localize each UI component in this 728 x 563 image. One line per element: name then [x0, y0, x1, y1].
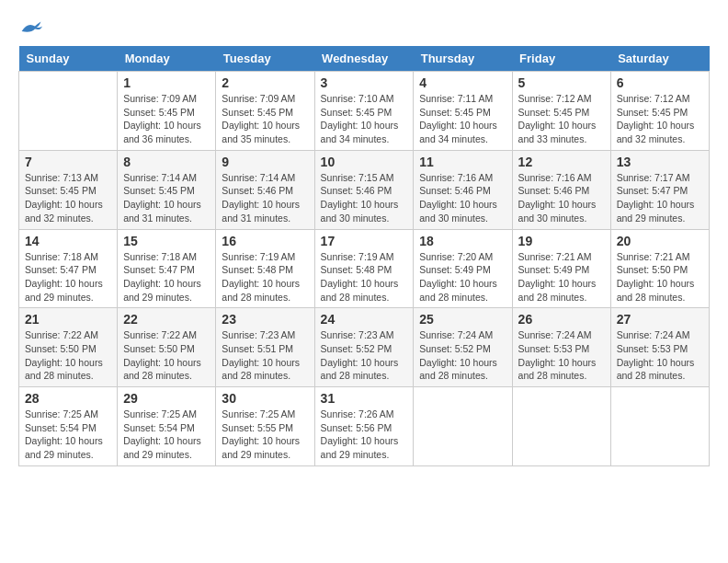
calendar-cell: 8 Sunrise: 7:14 AM Sunset: 5:45 PM Dayli…	[118, 150, 216, 229]
calendar-header-row: SundayMondayTuesdayWednesdayThursdayFrid…	[19, 46, 710, 72]
calendar-cell: 28 Sunrise: 7:25 AM Sunset: 5:54 PM Dayl…	[19, 387, 118, 466]
sunset-time: Sunset: 5:50 PM	[25, 343, 97, 354]
calendar-cell: 16 Sunrise: 7:19 AM Sunset: 5:48 PM Dayl…	[216, 229, 314, 308]
day-info: Sunrise: 7:10 AM Sunset: 5:45 PM Dayligh…	[321, 92, 408, 146]
sunrise-time: Sunrise: 7:25 AM	[25, 408, 98, 419]
day-number: 4	[419, 75, 506, 90]
day-info: Sunrise: 7:12 AM Sunset: 5:45 PM Dayligh…	[518, 92, 605, 146]
sunset-time: Sunset: 5:52 PM	[419, 343, 491, 354]
day-info: Sunrise: 7:19 AM Sunset: 5:48 PM Dayligh…	[222, 250, 308, 304]
day-number: 22	[123, 312, 210, 327]
sunset-time: Sunset: 5:45 PM	[25, 185, 97, 196]
calendar-cell: 30 Sunrise: 7:25 AM Sunset: 5:55 PM Dayl…	[216, 387, 314, 466]
day-number: 15	[123, 234, 210, 248]
day-info: Sunrise: 7:23 AM Sunset: 5:51 PM Dayligh…	[222, 328, 308, 383]
calendar-cell: 22 Sunrise: 7:22 AM Sunset: 5:50 PM Dayl…	[118, 308, 216, 387]
daylight-hours: Daylight: 10 hours and 28 minutes.	[321, 357, 399, 382]
calendar-table: SundayMondayTuesdayWednesdayThursdayFrid…	[18, 46, 710, 466]
day-info: Sunrise: 7:23 AM Sunset: 5:52 PM Dayligh…	[321, 328, 408, 383]
calendar-cell: 14 Sunrise: 7:18 AM Sunset: 5:47 PM Dayl…	[19, 229, 118, 308]
daylight-hours: Daylight: 10 hours and 29 minutes.	[123, 435, 201, 460]
daylight-hours: Daylight: 10 hours and 30 minutes.	[518, 199, 597, 224]
day-info: Sunrise: 7:22 AM Sunset: 5:50 PM Dayligh…	[123, 328, 210, 383]
calendar-cell: 3 Sunrise: 7:10 AM Sunset: 5:45 PM Dayli…	[314, 72, 414, 151]
calendar-cell	[19, 72, 118, 151]
sunrise-time: Sunrise: 7:16 AM	[419, 172, 493, 183]
sunrise-time: Sunrise: 7:09 AM	[123, 93, 197, 104]
calendar-cell: 4 Sunrise: 7:11 AM Sunset: 5:45 PM Dayli…	[414, 72, 512, 151]
daylight-hours: Daylight: 10 hours and 28 minutes.	[518, 278, 597, 303]
day-number: 18	[419, 234, 506, 248]
header-friday: Friday	[512, 46, 610, 72]
sunrise-time: Sunrise: 7:20 AM	[419, 251, 493, 262]
calendar-cell: 27 Sunrise: 7:24 AM Sunset: 5:53 PM Dayl…	[610, 308, 709, 387]
day-number: 6	[617, 75, 703, 90]
day-number: 26	[518, 312, 605, 327]
calendar-cell: 19 Sunrise: 7:21 AM Sunset: 5:49 PM Dayl…	[512, 229, 610, 308]
calendar-cell: 17 Sunrise: 7:19 AM Sunset: 5:48 PM Dayl…	[314, 229, 414, 308]
sunrise-time: Sunrise: 7:16 AM	[518, 172, 592, 183]
sunrise-time: Sunrise: 7:24 AM	[617, 329, 690, 340]
day-number: 11	[419, 155, 506, 169]
sunrise-time: Sunrise: 7:22 AM	[123, 329, 197, 340]
day-number: 1	[123, 75, 210, 90]
daylight-hours: Daylight: 10 hours and 33 minutes.	[518, 120, 597, 144]
day-number: 21	[25, 312, 111, 327]
day-info: Sunrise: 7:11 AM Sunset: 5:45 PM Dayligh…	[419, 92, 506, 146]
sunrise-time: Sunrise: 7:12 AM	[617, 93, 690, 104]
sunset-time: Sunset: 5:49 PM	[518, 264, 590, 275]
calendar-cell: 24 Sunrise: 7:23 AM Sunset: 5:52 PM Dayl…	[314, 308, 414, 387]
calendar-cell: 1 Sunrise: 7:09 AM Sunset: 5:45 PM Dayli…	[118, 72, 216, 151]
day-number: 10	[321, 155, 408, 169]
sunset-time: Sunset: 5:55 PM	[222, 422, 293, 433]
header-thursday: Thursday	[414, 46, 512, 72]
daylight-hours: Daylight: 10 hours and 31 minutes.	[123, 199, 201, 224]
daylight-hours: Daylight: 10 hours and 28 minutes.	[617, 357, 695, 382]
daylight-hours: Daylight: 10 hours and 29 minutes.	[25, 278, 103, 303]
day-info: Sunrise: 7:18 AM Sunset: 5:47 PM Dayligh…	[25, 250, 111, 304]
daylight-hours: Daylight: 10 hours and 28 minutes.	[419, 357, 497, 382]
calendar-cell: 5 Sunrise: 7:12 AM Sunset: 5:45 PM Dayli…	[512, 72, 610, 151]
calendar-cell: 2 Sunrise: 7:09 AM Sunset: 5:45 PM Dayli…	[216, 72, 314, 151]
day-info: Sunrise: 7:12 AM Sunset: 5:45 PM Dayligh…	[617, 92, 703, 146]
sunrise-time: Sunrise: 7:25 AM	[123, 408, 197, 419]
sunset-time: Sunset: 5:48 PM	[222, 264, 293, 275]
sunset-time: Sunset: 5:45 PM	[123, 185, 195, 196]
calendar-cell	[512, 387, 610, 466]
day-info: Sunrise: 7:20 AM Sunset: 5:49 PM Dayligh…	[419, 250, 506, 304]
daylight-hours: Daylight: 10 hours and 30 minutes.	[321, 199, 399, 224]
day-info: Sunrise: 7:24 AM Sunset: 5:52 PM Dayligh…	[419, 328, 506, 383]
calendar-cell: 25 Sunrise: 7:24 AM Sunset: 5:52 PM Dayl…	[414, 308, 512, 387]
sunrise-time: Sunrise: 7:14 AM	[222, 172, 295, 183]
sunset-time: Sunset: 5:45 PM	[222, 107, 293, 118]
sunset-time: Sunset: 5:54 PM	[123, 422, 195, 433]
daylight-hours: Daylight: 10 hours and 29 minutes.	[25, 435, 103, 460]
sunset-time: Sunset: 5:45 PM	[518, 107, 590, 118]
sunrise-time: Sunrise: 7:21 AM	[518, 251, 592, 262]
sunrise-time: Sunrise: 7:24 AM	[518, 329, 592, 340]
calendar-cell: 9 Sunrise: 7:14 AM Sunset: 5:46 PM Dayli…	[216, 150, 314, 229]
sunrise-time: Sunrise: 7:14 AM	[123, 172, 197, 183]
sunset-time: Sunset: 5:47 PM	[617, 185, 688, 196]
day-info: Sunrise: 7:09 AM Sunset: 5:45 PM Dayligh…	[123, 92, 210, 146]
daylight-hours: Daylight: 10 hours and 31 minutes.	[222, 199, 300, 224]
day-info: Sunrise: 7:14 AM Sunset: 5:46 PM Dayligh…	[222, 171, 308, 225]
sunset-time: Sunset: 5:51 PM	[222, 343, 293, 354]
day-info: Sunrise: 7:25 AM Sunset: 5:55 PM Dayligh…	[222, 408, 308, 462]
sunrise-time: Sunrise: 7:22 AM	[25, 329, 98, 340]
header-saturday: Saturday	[610, 46, 709, 72]
calendar-cell: 13 Sunrise: 7:17 AM Sunset: 5:47 PM Dayl…	[610, 150, 709, 229]
daylight-hours: Daylight: 10 hours and 29 minutes.	[222, 435, 300, 460]
sunset-time: Sunset: 5:53 PM	[518, 343, 590, 354]
daylight-hours: Daylight: 10 hours and 28 minutes.	[617, 278, 695, 303]
calendar-cell: 6 Sunrise: 7:12 AM Sunset: 5:45 PM Dayli…	[610, 72, 709, 151]
header-wednesday: Wednesday	[314, 46, 414, 72]
day-info: Sunrise: 7:16 AM Sunset: 5:46 PM Dayligh…	[419, 171, 506, 225]
calendar-cell: 10 Sunrise: 7:15 AM Sunset: 5:46 PM Dayl…	[314, 150, 414, 229]
sunrise-time: Sunrise: 7:15 AM	[321, 172, 394, 183]
sunrise-time: Sunrise: 7:11 AM	[419, 93, 493, 104]
calendar-cell: 18 Sunrise: 7:20 AM Sunset: 5:49 PM Dayl…	[414, 229, 512, 308]
sunset-time: Sunset: 5:46 PM	[321, 185, 392, 196]
daylight-hours: Daylight: 10 hours and 28 minutes.	[123, 357, 201, 382]
week-row-3: 14 Sunrise: 7:18 AM Sunset: 5:47 PM Dayl…	[19, 229, 710, 308]
